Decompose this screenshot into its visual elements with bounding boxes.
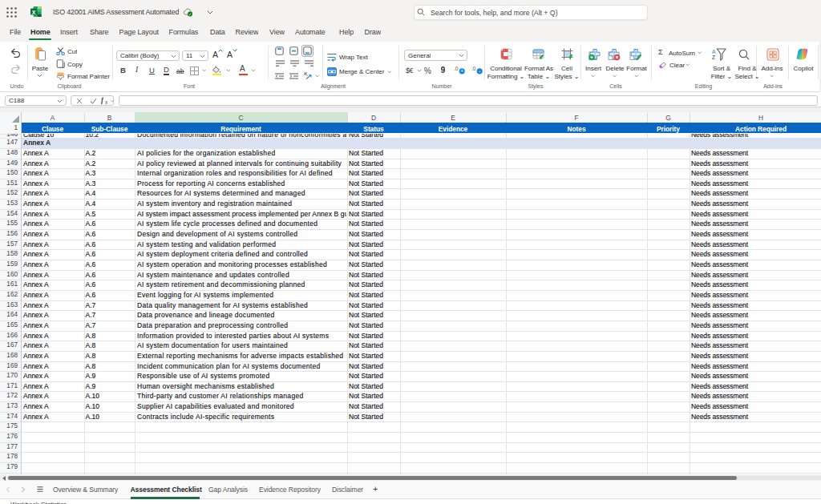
svg-text:.0: .0 [471,66,476,71]
svg-text:+: + [460,68,463,74]
svg-text:A: A [712,48,716,54]
svg-text:X: X [32,10,36,15]
svg-text:Z: Z [712,54,715,59]
svg-text:.0: .0 [454,66,459,71]
